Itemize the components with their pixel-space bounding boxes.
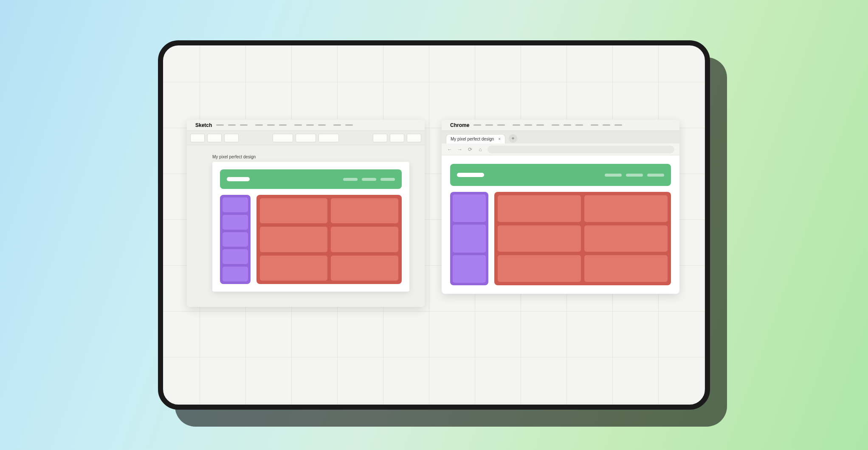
menu-item-placeholder[interactable]: [513, 124, 520, 126]
tablet-device-frame: Sketch: [158, 40, 710, 410]
menu-item-placeholder[interactable]: [485, 124, 493, 126]
chrome-window: Chrome My pixel perfect design ×: [442, 120, 679, 294]
mock-sidebar-item: [223, 215, 248, 230]
forward-icon[interactable]: →: [457, 146, 463, 152]
mock-header: [450, 164, 671, 186]
new-tab-button[interactable]: +: [509, 134, 517, 143]
menu-item-placeholder[interactable]: [497, 124, 505, 126]
design-mock: [220, 169, 402, 284]
menu-item-placeholder[interactable]: [536, 124, 544, 126]
menu-item-placeholder[interactable]: [255, 124, 263, 126]
mock-card: [260, 198, 327, 223]
mock-nav-item: [647, 174, 664, 177]
rendered-page: [450, 164, 671, 285]
mock-card: [498, 195, 581, 222]
close-tab-icon[interactable]: ×: [498, 137, 501, 141]
mock-card: [498, 225, 581, 252]
chrome-toolbar: ← → ⟳ ⌂: [442, 143, 679, 155]
mock-nav-item: [380, 178, 395, 181]
menu-item-placeholder[interactable]: [345, 124, 353, 126]
menu-item-placeholder[interactable]: [614, 124, 622, 126]
menu-item-placeholder[interactable]: [306, 124, 314, 126]
mock-card: [584, 225, 668, 252]
mock-sidebar-item: [223, 232, 248, 247]
toolbar-button[interactable]: [190, 134, 205, 142]
sketch-artboard[interactable]: [212, 162, 409, 292]
mock-sidebar-item: [453, 255, 486, 283]
menu-item-placeholder[interactable]: [228, 124, 236, 126]
mock-card: [331, 198, 398, 223]
sketch-app-name: Sketch: [195, 122, 212, 128]
toolbar-button[interactable]: [207, 134, 222, 142]
menu-item-placeholder[interactable]: [267, 124, 275, 126]
mock-sidebar-item: [223, 267, 248, 281]
address-bar[interactable]: [488, 146, 674, 153]
sketch-window: Sketch: [187, 120, 425, 307]
chrome-tab-title: My pixel perfect design: [451, 137, 494, 141]
mock-sidebar-item: [223, 249, 248, 264]
windows-container: Sketch: [163, 45, 705, 405]
toolbar-button[interactable]: [296, 134, 316, 142]
menu-item-placeholder[interactable]: [564, 124, 571, 126]
mock-logo: [457, 173, 484, 177]
mock-nav-item: [343, 178, 358, 181]
menu-item-placeholder[interactable]: [318, 124, 326, 126]
toolbar-button[interactable]: [373, 134, 387, 142]
toolbar-button[interactable]: [273, 134, 293, 142]
mock-header: [220, 169, 402, 189]
menu-item-placeholder[interactable]: [575, 124, 583, 126]
menu-item-placeholder[interactable]: [524, 124, 532, 126]
mock-card: [584, 255, 668, 282]
chrome-tab[interactable]: My pixel perfect design ×: [446, 134, 505, 143]
toolbar-button[interactable]: [390, 134, 404, 142]
menu-item-placeholder[interactable]: [552, 124, 559, 126]
sketch-toolbar: [187, 131, 425, 145]
mock-body: [450, 192, 671, 285]
menu-item-placeholder[interactable]: [240, 124, 248, 126]
reload-icon[interactable]: ⟳: [467, 146, 473, 152]
mock-nav-item: [605, 174, 622, 177]
mock-logo: [227, 177, 250, 181]
home-icon[interactable]: ⌂: [477, 146, 483, 152]
mock-sidebar-item: [453, 225, 486, 252]
chrome-tabstrip: My pixel perfect design × +: [442, 131, 679, 143]
mock-nav-item: [626, 174, 643, 177]
mock-card: [331, 227, 398, 252]
mock-sidebar: [450, 192, 488, 285]
mock-sidebar: [220, 195, 251, 284]
menu-item-placeholder[interactable]: [333, 124, 341, 126]
mock-card: [260, 256, 327, 281]
sketch-canvas[interactable]: My pixel perfect design: [187, 145, 425, 307]
chrome-viewport: [442, 155, 679, 294]
sketch-menubar: Sketch: [187, 120, 425, 131]
mock-content-grid: [494, 192, 671, 285]
plus-icon: +: [512, 135, 515, 141]
mock-card: [584, 195, 668, 222]
toolbar-button[interactable]: [318, 134, 339, 142]
mock-nav-item: [362, 178, 376, 181]
menu-item-placeholder[interactable]: [473, 124, 481, 126]
menu-item-placeholder[interactable]: [603, 124, 610, 126]
menu-item-placeholder[interactable]: [279, 124, 287, 126]
toolbar-button[interactable]: [224, 134, 239, 142]
mock-card: [260, 227, 327, 252]
back-icon[interactable]: ←: [447, 146, 453, 152]
toolbar-button[interactable]: [407, 134, 421, 142]
menu-item-placeholder[interactable]: [591, 124, 598, 126]
menu-item-placeholder[interactable]: [216, 124, 224, 126]
mock-sidebar-item: [453, 194, 486, 222]
mock-sidebar-item: [223, 197, 248, 212]
mock-body: [220, 195, 402, 284]
mock-content-grid: [256, 195, 402, 284]
chrome-menubar: Chrome: [442, 120, 679, 131]
mock-card: [498, 255, 581, 282]
chrome-app-name: Chrome: [450, 122, 469, 128]
menu-item-placeholder[interactable]: [294, 124, 302, 126]
artboard-label[interactable]: My pixel perfect design: [212, 155, 409, 159]
mock-card: [331, 256, 398, 281]
